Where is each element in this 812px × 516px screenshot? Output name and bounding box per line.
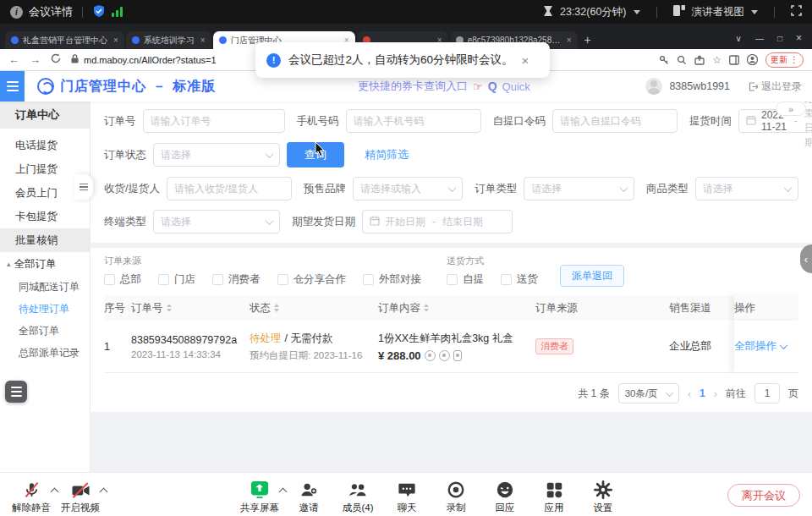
apps-button[interactable]: 应用: [529, 479, 579, 514]
members-button[interactable]: 成员(4): [333, 479, 382, 514]
checkbox-icon[interactable]: [363, 274, 374, 285]
start-video-button[interactable]: 开启视频: [56, 479, 105, 514]
timer-dropdown-icon[interactable]: [634, 10, 640, 14]
browser-update-button[interactable]: 更新 ⋮: [765, 52, 804, 68]
prev-page-icon[interactable]: ‹: [688, 387, 691, 400]
side-panel-icon[interactable]: [729, 55, 739, 65]
sort-icon[interactable]: [167, 304, 172, 312]
next-page-icon[interactable]: ›: [714, 387, 717, 400]
phone-input[interactable]: [346, 109, 481, 133]
receiver-input[interactable]: [167, 177, 292, 200]
quick-label[interactable]: Quick: [502, 80, 530, 93]
checkbox-label: 总部: [120, 272, 141, 287]
goods-type-select[interactable]: 请选择: [695, 177, 798, 200]
sidebar-item-phone-pickup[interactable]: 电话提货: [0, 134, 90, 157]
checkbox-icon[interactable]: [277, 274, 288, 285]
terminal-type-select[interactable]: 请选择: [153, 210, 280, 233]
sidebar-drag-handle[interactable]: [74, 174, 93, 200]
browser-tab-1[interactable]: 礼盒营销平台管理中心 ×: [5, 31, 124, 49]
meeting-details-label[interactable]: 会议详情: [29, 4, 73, 19]
window-minimize-icon[interactable]: —: [755, 34, 764, 43]
checkbox-icon[interactable]: [104, 274, 115, 285]
window-maximize-icon[interactable]: □: [777, 34, 782, 43]
unmute-button[interactable]: 解除静音: [7, 479, 56, 514]
dispatch-return-button[interactable]: 派单退回: [560, 265, 624, 287]
share-screen-button[interactable]: 共享屏幕: [235, 479, 284, 514]
checkbox-icon[interactable]: [158, 274, 169, 285]
order-type-select[interactable]: 请选择: [524, 177, 634, 200]
meeting-toolbar-button[interactable]: [5, 381, 27, 403]
goto-page-input[interactable]: 1: [754, 383, 780, 403]
video-options-chevron[interactable]: [100, 488, 108, 497]
sort-icon[interactable]: [274, 304, 279, 312]
view-mode-label[interactable]: 演讲者视图: [692, 5, 745, 19]
profile-icon[interactable]: [747, 54, 758, 65]
logout-button[interactable]: 退出登录: [749, 80, 802, 94]
share-icon[interactable]: [694, 55, 705, 65]
row-action-dropdown[interactable]: 全部操作: [734, 339, 787, 354]
user-avatar[interactable]: [645, 78, 662, 95]
sort-icon[interactable]: [424, 304, 429, 312]
quick-search-icon[interactable]: Q: [488, 80, 497, 93]
bookmark-star-icon[interactable]: ☆: [712, 54, 721, 66]
invite-button[interactable]: 邀请: [284, 479, 333, 514]
shield-check-icon[interactable]: [92, 4, 106, 20]
pickup-code-input[interactable]: [552, 109, 678, 133]
checkbox-external[interactable]: 外部对接: [363, 272, 421, 287]
sidebar-group-all-orders[interactable]: ▴ 全部订单: [0, 252, 90, 276]
checkbox-label: 门店: [174, 272, 195, 287]
refresh-icon[interactable]: [51, 53, 61, 66]
sidebar-collapse-button[interactable]: [0, 71, 25, 102]
key-icon[interactable]: [659, 55, 669, 65]
sidebar-item-pending-orders[interactable]: 待处理订单: [0, 298, 90, 320]
forward-icon[interactable]: →: [30, 53, 41, 66]
checkbox-icon[interactable]: [212, 274, 223, 285]
fullscreen-icon[interactable]: [791, 5, 802, 19]
presale-brand-select[interactable]: 请选择或输入: [353, 177, 463, 200]
tab-close-icon[interactable]: ×: [113, 36, 118, 45]
view-dropdown-icon[interactable]: [751, 10, 758, 14]
tab-label: 系统培训学习: [144, 35, 195, 47]
leave-meeting-button[interactable]: 离开会议: [727, 484, 800, 507]
checkbox-delivery[interactable]: 送货: [501, 272, 538, 287]
window-close-icon[interactable]: ×: [796, 32, 802, 44]
checkbox-store[interactable]: 门店: [158, 272, 195, 287]
browser-menu-icon[interactable]: ⋮: [790, 55, 798, 64]
settings-button[interactable]: 设置: [579, 479, 628, 514]
sidebar-item-all-orders[interactable]: 全部订单: [0, 320, 90, 342]
toast-close-icon[interactable]: ×: [522, 53, 529, 68]
group-expand-icon[interactable]: ▴: [7, 260, 11, 268]
expect-date-range[interactable]: 开始日期 - 结束日期: [362, 210, 513, 233]
sidebar-item-batch-verify[interactable]: 批量核销: [0, 228, 90, 252]
sidebar-item-city-delivery[interactable]: 同城配送订单: [0, 276, 90, 298]
sidebar-item-hq-dispatch-log[interactable]: 总部派单记录: [0, 342, 90, 364]
sidebar-item-card-pickup[interactable]: 卡包提货: [0, 205, 90, 228]
current-page[interactable]: 1: [700, 387, 705, 399]
tab-search-icon[interactable]: ∨: [736, 34, 742, 43]
tab-close-icon[interactable]: ×: [567, 36, 572, 45]
collapse-filters-button[interactable]: »: [776, 102, 806, 116]
checkbox-icon[interactable]: [447, 274, 458, 285]
tab-close-icon[interactable]: ×: [200, 36, 206, 45]
simple-filter-link[interactable]: 精简筛选: [365, 147, 409, 162]
back-icon[interactable]: ←: [8, 53, 19, 66]
checkbox-warehouse-coop[interactable]: 仓分享合作: [277, 272, 347, 287]
network-signal-icon[interactable]: [112, 7, 123, 17]
new-tab-button[interactable]: +: [584, 33, 591, 47]
checkbox-consumer[interactable]: 消费者: [212, 272, 261, 287]
browser-tab-2[interactable]: 系统培训学习 ×: [126, 31, 211, 49]
checkbox-self-pickup[interactable]: 自提: [447, 272, 484, 287]
tab-favicon: [11, 36, 19, 44]
checkbox-icon[interactable]: [501, 274, 512, 285]
zoom-icon[interactable]: [677, 55, 687, 65]
meeting-info-icon[interactable]: i: [10, 6, 23, 19]
share-screen-icon: [250, 480, 269, 499]
coupon-query-link[interactable]: 更快捷的券卡查询入口: [358, 79, 468, 94]
record-button[interactable]: 录制: [431, 479, 480, 514]
page-size-select[interactable]: 30条/页: [618, 383, 679, 403]
checkbox-hq[interactable]: 总部: [104, 272, 141, 287]
reactions-button[interactable]: 回应: [480, 479, 529, 514]
order-no-input[interactable]: [143, 109, 285, 133]
chat-button[interactable]: 聊天: [382, 479, 431, 514]
order-status-select[interactable]: 请选择: [153, 143, 280, 167]
